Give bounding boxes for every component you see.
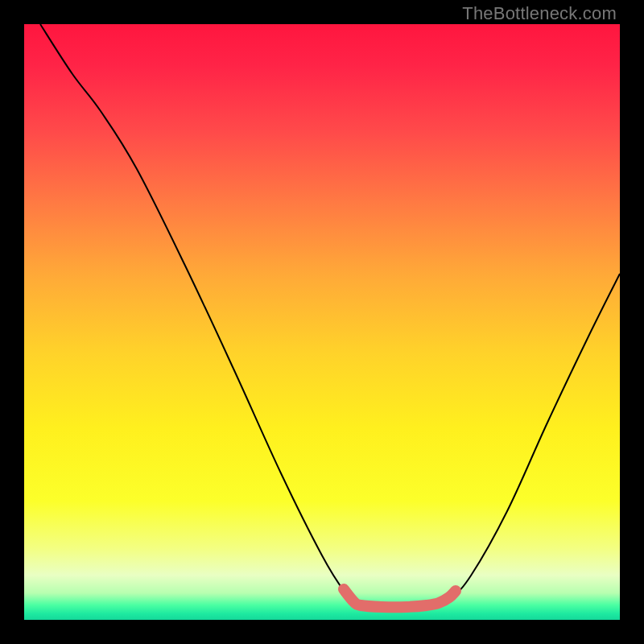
plot-area	[24, 24, 620, 620]
chart-frame: TheBottleneck.com	[0, 0, 644, 644]
bottleneck-curve	[40, 24, 620, 608]
watermark-text: TheBottleneck.com	[462, 3, 617, 24]
marker-band	[344, 589, 456, 607]
curve-layer	[24, 24, 620, 620]
